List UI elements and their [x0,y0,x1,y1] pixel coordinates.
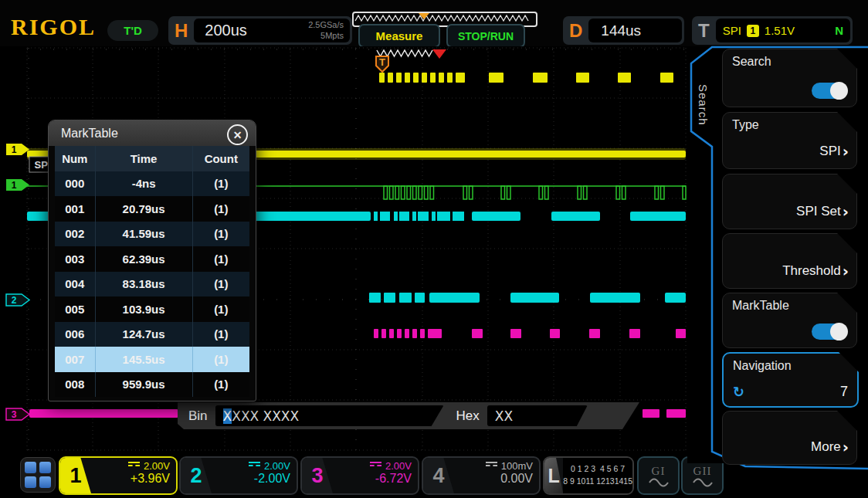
chevron-right-icon: › [843,266,849,276]
sine-wave-icon [693,478,713,487]
chevron-right-icon: › [843,146,849,157]
ch3-marker[interactable]: 3 [6,408,29,420]
menu-item-search[interactable]: Search [722,49,857,107]
horizontal-timebase-block[interactable]: H 200us 2.5GSa/s 5Mpts [168,16,352,45]
channel-number: 4 [423,458,454,493]
ch3-trace-upper [374,329,686,338]
decode-format-bar: Bin XXXX XXXX Hex XX [178,402,639,429]
menu-item-label: Type [732,118,759,132]
channel-offset: -2.00V [249,472,290,486]
channel-2-button[interactable]: 2 2.00V -2.00V [179,456,298,495]
trigger-block[interactable]: T SPI 1 1.51V N [692,16,853,45]
trigger-type: SPI [723,24,741,37]
bin-label: Bin [188,408,208,424]
menu-item-label: Navigation [733,359,792,373]
table-row[interactable]: 00362.39us(1) [55,246,249,272]
marktable-toggle[interactable] [812,324,847,340]
current-mark-cursor [432,49,446,59]
table-row[interactable]: 00241.59us(1) [55,222,249,247]
menu-item-more[interactable]: More› [722,411,857,465]
menu-grid-icon [39,476,51,488]
bin-value-field[interactable]: XXXX XXXX [215,405,444,426]
ch2-trace-lower [369,293,686,303]
trigger-status-badge: T'D [107,20,158,41]
bin-cursor: X [223,408,232,424]
menu-item-spi-set[interactable]: SPI Set› [722,174,857,229]
table-header-row: Num Time Count [55,146,249,171]
trigger-sweep-mode: N [835,24,843,37]
trigger-position-marker[interactable]: T [376,56,388,72]
dc-coupling-icon [486,462,497,469]
navigation-history-icon: ↻ [733,384,744,400]
table-row[interactable]: 008959.9us(1) [55,372,249,398]
chevron-right-icon: › [843,206,849,217]
rigol-logo: RIGOL [11,14,96,40]
marktable-popup: MarkTable ✕ Num Time Count 000-4ns(1) 00… [48,120,256,401]
sidebar-tab-search[interactable]: Search [693,65,710,145]
channel-scale: 2.00V [264,460,290,472]
hex-label: Hex [456,408,480,424]
menu-item-navigation[interactable]: Navigation ↻ 7 [722,352,859,408]
type-value: SPI› [819,144,849,159]
channel-3-button[interactable]: 3 2.00V -6.72V [300,456,419,495]
delay-value: 144us [588,22,641,39]
navigation-count: 7 [840,384,848,400]
table-row[interactable]: 000-4ns(1) [55,171,249,197]
bus1-marker[interactable]: 1 [6,179,29,191]
hex-value-field[interactable]: XX [487,405,588,426]
timebase-value: 200us [194,22,247,39]
channel-scale: 2.00V [385,460,412,472]
logic-analyzer-label: L [544,458,563,493]
logic-analyzer-button[interactable]: L 0 1 2 3 4 5 6 7 8 9 1011 12131415 [543,456,634,495]
trigger-label: T [692,16,716,45]
channel-offset: +3.96V [128,472,170,486]
sample-rate: 2.5GSa/s [308,19,344,30]
digital-channel-numbers: 0 1 2 3 4 5 6 7 8 9 1011 12131415 [563,458,632,493]
menu-item-marktable[interactable]: MarkTable [722,293,857,348]
svg-text:1: 1 [12,180,17,191]
table-row[interactable]: 00120.79us(1) [55,196,249,222]
threshold-label: Threshold› [782,263,849,279]
menu-grid-icon [25,476,36,488]
menu-button[interactable] [20,457,56,493]
overview-zigzag [354,13,533,22]
dc-coupling-icon [249,462,260,469]
delay-label: D [563,16,588,45]
svg-text:3: 3 [12,409,17,420]
table-row[interactable]: 00483.18us(1) [55,272,249,297]
close-icon[interactable]: ✕ [227,124,248,145]
channel-1-button[interactable]: 1 2.00V +3.96V [59,456,178,495]
spi-set-label: SPI Set› [796,204,849,219]
table-row[interactable]: 005103.9us(1) [55,296,249,322]
ch1-burst-trace [379,73,673,83]
dc-coupling-icon [370,462,381,469]
menu-grid-icon [39,462,51,473]
table-row-selected[interactable]: 007145.5us(1) [55,347,249,372]
table-row[interactable]: 006124.7us(1) [55,322,249,347]
channel-scale: 100mV [501,460,533,472]
channel-number: 1 [60,458,91,493]
channel-number: 2 [181,458,212,493]
marktable-titlebar[interactable]: MarkTable ✕ [49,120,256,146]
svg-text:1: 1 [12,144,17,155]
menu-item-label: Search [732,55,771,69]
delay-block[interactable]: D 144us [563,16,684,45]
menu-item-threshold[interactable]: Threshold› [722,233,857,289]
ch2-marker[interactable]: 2 [6,294,29,306]
channel-4-button[interactable]: 4 100mV 0.00V [422,456,541,495]
trigger-source-badge: 1 [747,25,759,37]
stop-run-button[interactable]: STOP/RUN [446,24,525,48]
channel-offset: 0.00V [486,472,533,486]
measure-button[interactable]: Measure [358,24,440,48]
ch1-marker[interactable]: 1 [6,144,29,155]
search-toggle[interactable] [812,83,847,99]
horizontal-label: H [168,16,194,45]
dc-coupling-icon [128,462,140,469]
svg-text:2: 2 [12,295,17,306]
menu-item-type[interactable]: Type SPI› [722,112,857,169]
sine-wave-icon [649,478,669,487]
menu-grid-icon [25,462,36,473]
trigger-level: 1.51V [765,24,795,37]
top-status-bar: RIGOL T'D H 200us 2.5GSa/s 5Mpts Measure… [0,0,868,46]
generator-1-button[interactable]: GI [637,456,680,495]
